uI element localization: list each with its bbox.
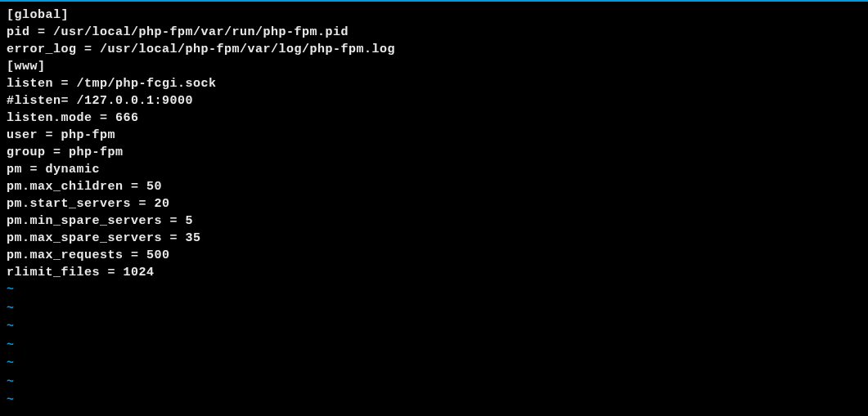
config-line: pid = /usr/local/php-fpm/var/run/php-fpm… bbox=[7, 24, 861, 41]
config-line: [global] bbox=[7, 7, 861, 24]
config-line: pm = dynamic bbox=[7, 161, 861, 178]
config-line: listen = /tmp/php-fcgi.sock bbox=[7, 75, 861, 92]
empty-line-tilde: ~ bbox=[7, 300, 861, 319]
config-line: user = php-fpm bbox=[7, 127, 861, 144]
config-line: pm.max_requests = 500 bbox=[7, 247, 861, 264]
config-line: #listen= /127.0.0.1:9000 bbox=[7, 92, 861, 110]
text-editor-viewport[interactable]: [global] pid = /usr/local/php-fpm/var/ru… bbox=[0, 2, 868, 416]
config-line: rlimit_files = 1024 bbox=[7, 264, 861, 281]
config-line: group = php-fpm bbox=[7, 144, 861, 161]
config-line: pm.start_servers = 20 bbox=[7, 195, 861, 212]
empty-line-tilde: ~ bbox=[7, 374, 861, 392]
empty-line-tilde: ~ bbox=[7, 391, 861, 410]
config-line: error_log = /usr/local/php-fpm/var/log/p… bbox=[7, 41, 861, 58]
empty-line-tilde: ~ bbox=[7, 337, 861, 356]
empty-line-tilde: ~ bbox=[7, 355, 861, 374]
config-line: [www] bbox=[7, 58, 861, 75]
empty-line-tilde: ~ bbox=[7, 318, 861, 337]
config-line: pm.min_spare_servers = 5 bbox=[7, 212, 861, 230]
empty-line-tilde: ~ bbox=[7, 281, 861, 300]
empty-line-tilde: ~ bbox=[7, 410, 861, 417]
config-line: pm.max_spare_servers = 35 bbox=[7, 230, 861, 247]
config-line: listen.mode = 666 bbox=[7, 110, 861, 127]
config-line: pm.max_children = 50 bbox=[7, 178, 861, 195]
